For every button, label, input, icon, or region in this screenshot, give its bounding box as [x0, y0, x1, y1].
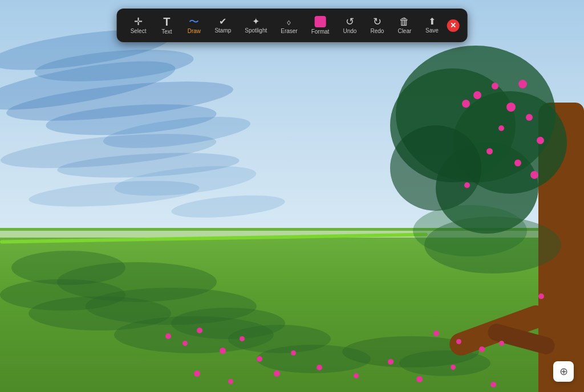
- stamp-tool-label: Stamp: [214, 28, 231, 34]
- flower: [486, 148, 493, 154]
- text-tool-button[interactable]: T Text: [154, 13, 179, 38]
- redo-icon: ↻: [373, 17, 382, 27]
- ground-flower: [257, 356, 262, 362]
- spotlight-tool-label: Spotlight: [245, 28, 267, 34]
- flower: [506, 103, 516, 112]
- draw-icon: 〜: [189, 17, 199, 27]
- ground-flower: [274, 370, 280, 377]
- format-tool-label: Format: [311, 29, 330, 35]
- ground-flower: [228, 379, 233, 384]
- flower: [464, 182, 470, 188]
- clear-button[interactable]: 🗑 Clear: [392, 14, 417, 37]
- save-icon: ⬆: [428, 17, 436, 26]
- flower: [498, 125, 504, 131]
- spotlight-tool-button[interactable]: ✦ Spotlight: [239, 14, 273, 36]
- spotlight-icon: ✦: [252, 17, 259, 26]
- flower: [537, 137, 544, 144]
- ground-flower: [354, 373, 359, 378]
- ground-shadow: [257, 345, 371, 373]
- select-tool-label: Select: [131, 28, 147, 34]
- flower: [518, 80, 527, 88]
- ground-flower: [538, 293, 544, 299]
- foliage-shadow: [413, 205, 527, 256]
- flower: [526, 114, 533, 121]
- branch-flower: [479, 346, 485, 352]
- undo-label: Undo: [343, 28, 356, 34]
- ground-shadow: [399, 350, 490, 376]
- branch-flower: [499, 341, 504, 346]
- flower: [473, 91, 481, 99]
- eraser-icon: ⬨: [286, 17, 292, 27]
- canvas-area[interactable]: [0, 0, 584, 392]
- ground-flower: [451, 365, 456, 370]
- trash-icon: 🗑: [399, 17, 409, 27]
- branch-flower: [456, 339, 461, 344]
- ground-flower: [197, 328, 202, 333]
- save-label: Save: [425, 28, 439, 34]
- flower: [492, 83, 498, 89]
- ground-flower: [416, 376, 423, 382]
- close-button[interactable]: ✕: [447, 19, 459, 32]
- eraser-tool-button[interactable]: ⬨ Eraser: [275, 14, 303, 37]
- ground-flower: [388, 359, 394, 365]
- text-icon: T: [163, 16, 170, 27]
- foliage: [390, 125, 481, 211]
- stamp-tool-button[interactable]: ✔ Stamp: [209, 14, 237, 36]
- ground-flower: [220, 348, 226, 354]
- ground-flower: [240, 336, 245, 341]
- undo-icon: ↺: [346, 17, 354, 27]
- undo-button[interactable]: ↺ Undo: [337, 14, 362, 37]
- ground-flower: [194, 370, 200, 377]
- select-icon: ✛: [134, 17, 143, 27]
- draw-tool-button[interactable]: 〜 Draw: [181, 14, 206, 37]
- branch-flower: [433, 330, 439, 336]
- ground-flower: [490, 382, 496, 387]
- text-tool-label: Text: [161, 29, 172, 35]
- corner-icon: ⊕: [559, 365, 568, 378]
- stamp-icon: ✔: [219, 17, 226, 26]
- ground-flower: [317, 365, 322, 370]
- flower: [530, 171, 538, 179]
- toolbar: ✛ Select T Text 〜 Draw ✔ Stamp ✦ Spotlig…: [117, 9, 468, 42]
- corner-add-button[interactable]: ⊕: [553, 361, 574, 382]
- format-color-swatch: [315, 16, 326, 27]
- clear-label: Clear: [398, 28, 411, 34]
- flower: [462, 100, 470, 108]
- ground-flower: [165, 333, 171, 339]
- redo-button[interactable]: ↻ Redo: [364, 14, 390, 37]
- eraser-tool-label: Eraser: [281, 28, 297, 34]
- save-button[interactable]: ⬆ Save: [419, 14, 444, 36]
- ground-flower: [182, 341, 188, 346]
- flower: [514, 160, 521, 166]
- select-tool-button[interactable]: ✛ Select: [125, 14, 152, 37]
- format-tool-button[interactable]: Format: [306, 13, 335, 38]
- ground-flower: [291, 350, 296, 356]
- draw-tool-label: Draw: [188, 28, 201, 34]
- redo-label: Redo: [370, 28, 384, 34]
